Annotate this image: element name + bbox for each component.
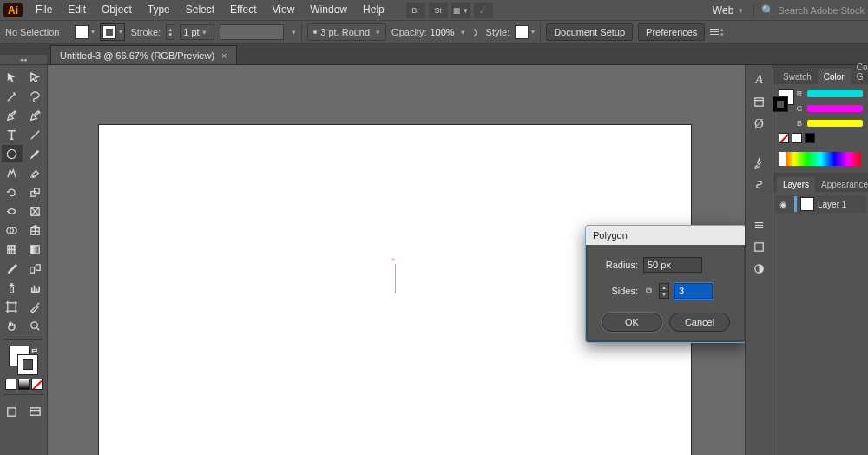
channel-r-label: R	[795, 89, 804, 98]
slice-tool[interactable]	[25, 298, 46, 315]
menu-window[interactable]: Window	[302, 0, 355, 20]
tab-swatches[interactable]: Swatch	[777, 69, 818, 84]
align-flyout-icon[interactable]: ▴▾	[710, 27, 724, 37]
visibility-icon[interactable]: ◉	[777, 200, 789, 209]
hand-tool[interactable]	[2, 317, 23, 334]
swap-fill-stroke-icon[interactable]: ⇄	[31, 346, 38, 354]
menu-edit[interactable]: Edit	[60, 0, 94, 20]
color-gradient-icon[interactable]	[18, 379, 30, 390]
properties-panel-icon[interactable]: A	[747, 70, 772, 89]
fill-swatch-dropdown[interactable]: ▾	[75, 25, 95, 39]
tab-color-guide[interactable]: Color G	[851, 60, 868, 84]
pen-tool[interactable]	[2, 107, 23, 124]
white-swatch-icon[interactable]	[792, 133, 802, 143]
workspace-switcher[interactable]: Web ▾	[713, 4, 743, 16]
eyedropper-tool[interactable]	[2, 260, 23, 277]
eraser-tool[interactable]	[25, 164, 46, 181]
variable-width-profile[interactable]	[220, 24, 284, 40]
glyphs-panel-icon[interactable]: Ø	[747, 114, 772, 133]
menu-view[interactable]: View	[265, 0, 303, 20]
column-graph-tool[interactable]	[25, 279, 46, 296]
free-transform-tool[interactable]	[25, 202, 46, 220]
b-slider[interactable]	[807, 120, 863, 127]
lasso-tool[interactable]	[25, 88, 46, 105]
direct-selection-tool[interactable]	[25, 69, 46, 86]
type-tool[interactable]	[2, 126, 23, 143]
fill-stroke-indicator[interactable]: ⇄	[9, 346, 38, 375]
link-icon[interactable]: ⧉	[643, 283, 654, 299]
dialog-titlebar[interactable]: Polygon	[586, 226, 745, 245]
preferences-button[interactable]: Preferences	[638, 23, 705, 41]
magic-wand-tool[interactable]	[2, 88, 23, 105]
cancel-button[interactable]: Cancel	[669, 313, 730, 332]
screen-mode-icon[interactable]	[25, 403, 46, 420]
brush-definition-dropdown[interactable]: 3 pt. Round ▾	[307, 23, 386, 41]
shape-builder-tool[interactable]	[2, 221, 23, 239]
mesh-tool[interactable]	[2, 241, 23, 258]
width-tool[interactable]	[2, 202, 23, 220]
close-icon[interactable]: ×	[221, 50, 227, 61]
menu-file[interactable]: File	[28, 0, 60, 20]
tab-appearance[interactable]: Appearance	[815, 177, 868, 192]
line-segment-tool[interactable]	[25, 126, 46, 143]
document-tab[interactable]: Untitled-3 @ 66.67% (RGB/Preview) ×	[50, 45, 237, 64]
artboard-tool[interactable]	[2, 298, 23, 315]
stroke-swatch-dropdown[interactable]: ▾	[100, 23, 125, 41]
menu-help[interactable]: Help	[355, 0, 392, 20]
stroke-panel-icon[interactable]	[747, 215, 772, 234]
scale-tool[interactable]	[25, 183, 46, 201]
spectrum-picker[interactable]	[780, 152, 861, 166]
shaper-tool[interactable]	[2, 164, 23, 181]
graphic-style-dropdown[interactable]: ▾	[515, 25, 535, 39]
libraries-panel-icon[interactable]	[747, 92, 772, 111]
toolbox-collapse-icon[interactable]: ◂◂	[0, 55, 47, 65]
menu-object[interactable]: Object	[94, 0, 140, 20]
rotate-tool[interactable]	[2, 183, 23, 201]
gpu-preview-button[interactable]: ☄	[474, 3, 493, 18]
layer-row[interactable]: ◉ Layer 1	[775, 195, 866, 213]
symbol-sprayer-tool[interactable]	[2, 279, 23, 296]
g-slider[interactable]	[807, 105, 863, 112]
document-setup-button[interactable]: Document Setup	[546, 23, 633, 41]
canvas-area[interactable]: x Polygon Radius: Sides: ⧉ ▲▼	[48, 65, 745, 455]
brushes-panel-icon[interactable]	[747, 154, 772, 173]
blend-tool[interactable]	[25, 260, 46, 277]
stroke-color-icon[interactable]	[17, 354, 38, 375]
sides-stepper[interactable]: ▲▼	[659, 283, 669, 299]
layer-name[interactable]: Layer 1	[818, 200, 846, 209]
gradient-tool[interactable]	[25, 241, 46, 258]
menu-type[interactable]: Type	[140, 0, 178, 20]
sides-input[interactable]	[674, 283, 713, 299]
paintbrush-tool[interactable]	[25, 145, 46, 162]
stroke-weight-stepper[interactable]: ▲▼	[166, 24, 174, 40]
svg-rect-14	[8, 407, 16, 415]
menu-select[interactable]: Select	[178, 0, 222, 20]
tab-layers[interactable]: Layers	[777, 177, 815, 192]
graphic-styles-panel-icon[interactable]	[747, 237, 772, 256]
color-solid-icon[interactable]	[5, 379, 16, 390]
transparency-panel-icon[interactable]	[747, 259, 772, 278]
ok-button[interactable]: OK	[602, 313, 662, 332]
bridge-button[interactable]: Br	[406, 3, 425, 18]
color-fill-stroke-icon[interactable]	[779, 89, 788, 112]
polygon-tool[interactable]	[2, 145, 23, 162]
draw-normal-icon[interactable]	[2, 403, 23, 420]
stroke-weight-field[interactable]: 1 pt▾	[180, 24, 214, 40]
selection-tool[interactable]	[2, 69, 23, 86]
radius-input[interactable]	[643, 257, 702, 273]
symbols-panel-icon[interactable]	[747, 175, 772, 195]
arrange-documents-button[interactable]: ▦ ▾	[451, 3, 470, 18]
r-slider[interactable]	[807, 90, 863, 97]
menu-effect[interactable]: Effect	[222, 0, 264, 20]
curvature-tool[interactable]	[25, 107, 46, 124]
black-swatch-icon[interactable]	[805, 133, 815, 143]
perspective-grid-tool[interactable]	[25, 221, 46, 239]
none-swatch-icon[interactable]	[779, 133, 789, 143]
layer-colorbar	[794, 196, 797, 212]
stock-search[interactable]: 🔍 Search Adobe Stock	[761, 4, 865, 16]
zoom-tool[interactable]	[25, 317, 46, 334]
tab-color[interactable]: Color	[818, 69, 851, 84]
color-none-icon[interactable]	[31, 379, 43, 390]
stock-button[interactable]: St	[429, 3, 448, 18]
opacity-value[interactable]: 100%	[430, 27, 454, 37]
